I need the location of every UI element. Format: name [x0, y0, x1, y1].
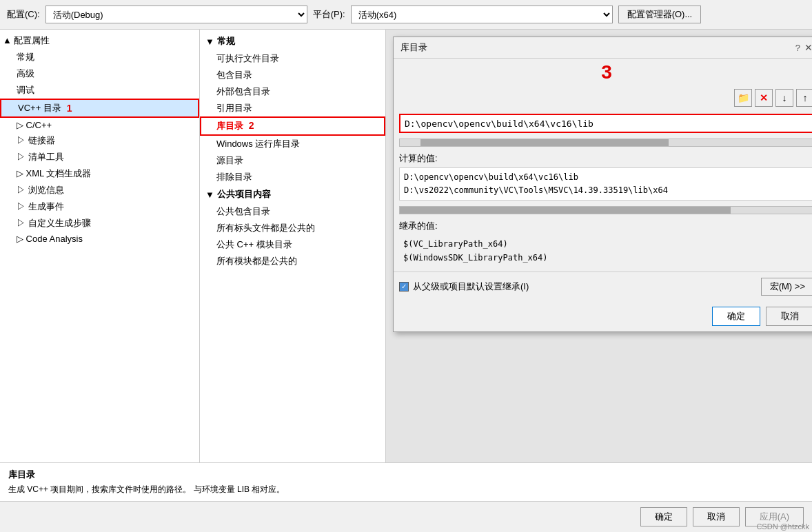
inherit-checkbox[interactable]: ✓ — [399, 282, 409, 291]
lib-inherited-values: $(VC_LibraryPath_x64) $(WindowsSDK_Libra… — [399, 235, 812, 267]
tree-item-browse[interactable]: ▷ 浏览信息 — [0, 182, 199, 198]
lib-inherited-section: 继承的值: $(VC_LibraryPath_x64) $(WindowsSDK… — [394, 216, 812, 271]
middle-item-winrunlib[interactable]: Windows 运行库目录 — [200, 136, 385, 152]
macro-button[interactable]: 宏(M) >> — [761, 278, 812, 296]
lib-dialog: 库目录 ? ✕ 3 📁 ✕ ↓ ↑ — [393, 37, 812, 332]
bottom-buttons: 确定 取消 应用(A) — [0, 501, 812, 532]
bottom-area: 库目录 生成 VC++ 项目期间，搜索库文件时使用的路径。 与环境变量 LIB … — [0, 462, 812, 501]
tree-item-codeanalysis[interactable]: ▷ Code Analysis — [0, 232, 199, 246]
computed-value-2: D:\vs2022\community\VC\Tools\MSVC\14.39.… — [404, 184, 809, 197]
middle-item-allheaders[interactable]: 所有标头文件都是公共的 — [200, 220, 385, 236]
lib-computed-scrollbar[interactable] — [399, 206, 812, 214]
ok-button[interactable]: 确定 — [640, 507, 687, 526]
lib-dialog-title: 库目录 — [400, 41, 427, 54]
platform-label: 平台(P): — [313, 8, 345, 21]
middle-item-libdir[interactable]: 库目录 2 — [200, 116, 385, 136]
bottom-title: 库目录 — [8, 469, 804, 481]
inherited-value-2: $(WindowsSDK_LibraryPath_x64) — [403, 252, 810, 265]
tree-item-debug[interactable]: 调试 — [0, 82, 199, 99]
lib-path-input[interactable] — [399, 114, 812, 133]
tree-item-cpp-label: ▷ C/C++ — [17, 120, 52, 130]
lib-inherited-label: 继承的值: — [399, 220, 812, 232]
lib-input-scrollbar-area — [394, 137, 812, 148]
section-header-public: ▼ 公共项目内容 — [200, 185, 385, 203]
computed-value-1: D:\opencv\opencv\build\x64\vc16\lib — [404, 171, 809, 184]
lib-dialog-controls: ? ✕ — [795, 42, 812, 53]
tree-item-general-label: 常规 — [17, 51, 34, 63]
tree-item-debug-label: 调试 — [17, 84, 34, 96]
cancel-button[interactable]: 取消 — [693, 507, 740, 526]
middle-item-exedir[interactable]: 可执行文件目录 — [200, 50, 385, 67]
tree-item-advanced[interactable]: 高级 — [0, 65, 199, 82]
config-manager-button[interactable]: 配置管理器(O)... — [618, 6, 702, 23]
middle-item-publicinclude[interactable]: 公共包含目录 — [200, 203, 385, 220]
tree-item-linker[interactable]: ▷ 链接器 — [0, 132, 199, 149]
help-icon[interactable]: ? — [795, 43, 800, 53]
move-down-button[interactable]: ↓ — [775, 89, 793, 107]
tree-root-label: ▲ 配置属性 — [3, 34, 50, 47]
tree-item-customstep[interactable]: ▷ 自定义生成步骤 — [0, 215, 199, 232]
lib-input-scrollbar[interactable] — [399, 139, 812, 147]
close-icon[interactable]: ✕ — [804, 42, 812, 53]
lib-input-area — [394, 110, 812, 137]
tree-item-customstep-label: ▷ 自定义生成步骤 — [17, 217, 91, 229]
middle-item-allmodules[interactable]: 所有模块都是公共的 — [200, 253, 385, 269]
lib-computed-scroll — [399, 206, 812, 214]
middle-panel: ▼ 常规 可执行文件目录 包含目录 外部包含目录 引用目录 库目录 2 Wind… — [200, 30, 386, 462]
annotation-3: 3 — [394, 59, 812, 86]
tree-item-cpp[interactable]: ▷ C/C++ — [0, 118, 199, 132]
platform-select[interactable]: 活动(x64) — [351, 6, 613, 23]
config-select[interactable]: 活动(Debug) — [45, 6, 307, 23]
lib-checkbox-area: ✓ 从父级或项目默认设置继承(I) — [399, 280, 529, 293]
lib-dialog-titlebar: 库目录 ? ✕ — [394, 37, 812, 59]
config-label: 配置(C): — [7, 8, 40, 21]
inherit-checkbox-label: 从父级或项目默认设置继承(I) — [413, 280, 529, 293]
bottom-description: 生成 VC++ 项目期间，搜索库文件时使用的路径。 与环境变量 LIB 相对应。 — [8, 484, 804, 495]
content-area: ▲ 配置属性 常规 高级 调试 VC++ 目录 1 ▷ C/C++ ▷ 链接器 — [0, 30, 812, 462]
tree-item-advanced-label: 高级 — [17, 68, 34, 80]
middle-item-refdir[interactable]: 引用目录 — [200, 100, 385, 116]
folder-button[interactable]: 📁 — [734, 89, 752, 107]
middle-item-includedir[interactable]: 包含目录 — [200, 67, 385, 83]
lib-computed-scrollbar-thumb — [400, 207, 731, 214]
overlay-dialog: 库目录 ? ✕ 3 📁 ✕ ↓ ↑ — [386, 30, 812, 462]
annotation-1: 1 — [67, 103, 72, 114]
inherited-value-1: $(VC_LibraryPath_x64) — [403, 238, 810, 251]
lib-input-scrollbar-thumb — [420, 139, 669, 146]
middle-item-excludedir[interactable]: 排除目录 — [200, 169, 385, 185]
middle-item-publiccppmod[interactable]: 公共 C++ 模块目录 — [200, 236, 385, 253]
middle-item-sourcedir[interactable]: 源目录 — [200, 152, 385, 169]
lib-ok-button[interactable]: 确定 — [712, 307, 760, 326]
lib-dialog-toolbar: 📁 ✕ ↓ ↑ — [394, 86, 812, 110]
tree-item-xml[interactable]: ▷ XML 文档生成器 — [0, 165, 199, 182]
tree-item-vcpp-label: VC++ 目录 — [18, 102, 61, 114]
left-panel: ▲ 配置属性 常规 高级 调试 VC++ 目录 1 ▷ C/C++ ▷ 链接器 — [0, 30, 200, 462]
tree-item-vcpp[interactable]: VC++ 目录 1 — [0, 99, 199, 118]
main-dialog: 配置(C): 活动(Debug) 平台(P): 活动(x64) 配置管理器(O)… — [0, 0, 812, 532]
delete-button[interactable]: ✕ — [755, 89, 773, 107]
right-panel: 库目录 ? ✕ 3 📁 ✕ ↓ ↑ — [386, 30, 812, 462]
tree-item-manifest[interactable]: ▷ 清单工具 — [0, 149, 199, 165]
annotation-2: 2 — [249, 120, 254, 131]
section-header-general: ▼ 常规 — [200, 32, 385, 50]
tree-item-codeanalysis-label: ▷ Code Analysis — [17, 234, 83, 244]
top-bar: 配置(C): 活动(Debug) 平台(P): 活动(x64) 配置管理器(O)… — [0, 0, 812, 30]
middle-item-externalinclude[interactable]: 外部包含目录 — [200, 83, 385, 100]
tree-item-manifest-label: ▷ 清单工具 — [17, 151, 64, 163]
tree-item-buildevents[interactable]: ▷ 生成事件 — [0, 198, 199, 215]
tree-item-buildevents-label: ▷ 生成事件 — [17, 201, 64, 213]
lib-computed-label: 计算的值: — [399, 152, 812, 165]
watermark: CSDN @htzckk — [756, 522, 809, 531]
tree-item-browse-label: ▷ 浏览信息 — [17, 184, 64, 196]
lib-computed-section: 计算的值: D:\opencv\opencv\build\x64\vc16\li… — [394, 148, 812, 205]
lib-dialog-footer: ✓ 从父级或项目默认设置继承(I) 宏(M) >> — [394, 272, 812, 301]
tree-item-xml-label: ▷ XML 文档生成器 — [17, 167, 91, 180]
lib-computed-values: D:\opencv\opencv\build\x64\vc16\lib D:\v… — [399, 167, 812, 201]
tree-item-linker-label: ▷ 链接器 — [17, 134, 55, 147]
move-up-button[interactable]: ↑ — [796, 89, 812, 107]
tree-item-general[interactable]: 常规 — [0, 49, 199, 65]
tree-root-config[interactable]: ▲ 配置属性 — [0, 32, 199, 49]
lib-dialog-action-buttons: 确定 取消 — [394, 301, 812, 331]
lib-cancel-button[interactable]: 取消 — [766, 307, 812, 326]
